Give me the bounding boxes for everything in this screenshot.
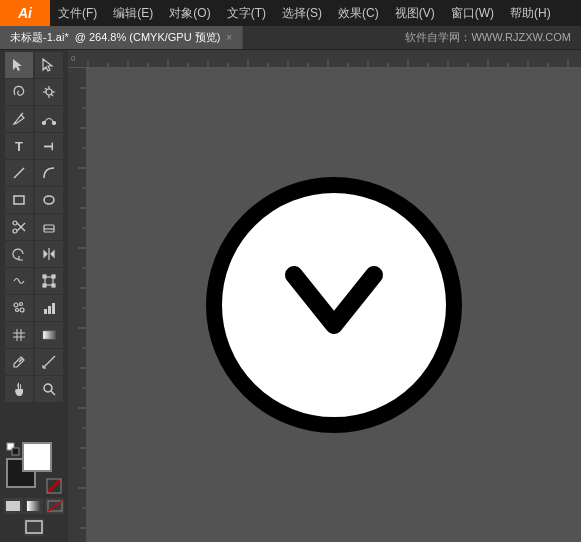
eyedropper-tool-button[interactable] [5,349,33,375]
svg-line-13 [14,168,24,178]
color-area [0,438,68,540]
svg-rect-27 [52,275,55,278]
tab-close-button[interactable]: × [226,32,232,43]
line-tool-button[interactable] [5,160,33,186]
svg-line-50 [47,479,61,493]
svg-rect-14 [14,196,24,204]
tool-row-11 [0,322,68,348]
hand-tool-button[interactable] [5,376,33,402]
ruler-left [68,68,86,542]
column-graph-tool-button[interactable] [35,295,63,321]
tool-row-4: T T [0,133,68,159]
symbol-sprayer-tool-button[interactable] [5,295,33,321]
svg-rect-57 [68,50,581,67]
clock-artwork [194,160,474,450]
menu-help[interactable]: 帮助(H) [502,0,559,26]
gradient-tool-button[interactable] [35,322,63,348]
tool-row-10 [0,295,68,321]
zoom-tool-button[interactable] [35,376,63,402]
svg-point-31 [20,303,23,306]
scissors-tool-button[interactable] [5,214,33,240]
clock-svg [194,160,474,450]
menu-edit[interactable]: 编辑(E) [105,0,161,26]
ellipse-tool-button[interactable] [35,187,63,213]
arc-tool-button[interactable] [35,160,63,186]
menu-type[interactable]: 文字(T) [219,0,274,26]
reflect-tool-button[interactable] [35,241,63,267]
svg-marker-23 [44,251,47,257]
svg-line-9 [21,113,23,115]
none-icon[interactable] [46,478,62,494]
gradient-icon[interactable] [25,498,44,514]
svg-text:0: 0 [71,54,76,63]
type-tool-button[interactable]: T [5,133,33,159]
main-area: T T [0,50,581,542]
menu-object[interactable]: 对象(O) [161,0,218,26]
free-transform-tool-button[interactable] [35,268,63,294]
svg-rect-34 [44,309,47,314]
svg-rect-53 [27,501,41,511]
menu-view[interactable]: 视图(V) [387,0,443,26]
ruler-top: 0 [68,50,581,68]
canvas-area: 0 [68,50,581,542]
none-color-icon[interactable] [45,498,64,514]
tool-row-13 [0,376,68,402]
tool-row-8 [0,241,68,267]
measure-tool-button[interactable] [35,349,63,375]
svg-line-47 [51,391,55,395]
menu-bar: 文件(F) 编辑(E) 对象(O) 文字(T) 选择(S) 效果(C) 视图(V… [50,0,581,26]
svg-rect-84 [68,68,86,542]
reset-colors-icon[interactable] [6,442,20,456]
menu-window[interactable]: 窗口(W) [443,0,502,26]
pen-tool-button[interactable] [5,106,33,132]
tab-bar: 未标题-1.ai* @ 264.8% (CMYK/GPU 预览) × 软件自学网… [0,26,581,50]
tool-row-1 [0,52,68,78]
magic-wand-tool-button[interactable] [35,79,63,105]
svg-point-8 [46,89,52,95]
color-swatches [6,442,62,494]
svg-rect-41 [43,331,55,339]
svg-line-43 [43,356,55,368]
menu-effect[interactable]: 效果(C) [330,0,387,26]
svg-point-16 [13,221,17,225]
eraser-tool-button[interactable] [35,214,63,240]
curvature-tool-button[interactable] [35,106,63,132]
selection-tool-button[interactable] [5,52,33,78]
direct-selection-tool-button[interactable] [35,52,63,78]
active-tab[interactable]: 未标题-1.ai* @ 264.8% (CMYK/GPU 预览) × [0,26,243,49]
svg-rect-52 [6,501,20,511]
tool-row-7 [0,214,68,240]
tool-row-9 [0,268,68,294]
lasso-tool-button[interactable] [5,79,33,105]
svg-point-32 [16,309,19,312]
toolbar: T T [0,50,68,542]
svg-rect-35 [48,306,51,314]
tab-label: 未标题-1.ai* [10,30,69,45]
tool-row-6 [0,187,68,213]
svg-point-12 [53,122,56,125]
rectangle-tool-button[interactable] [5,187,33,213]
svg-point-46 [44,384,52,392]
svg-point-17 [13,229,17,233]
svg-point-11 [43,122,46,125]
stroke-color-swatch[interactable] [22,442,52,472]
svg-line-55 [48,501,62,511]
tool-row-3 [0,106,68,132]
vertical-type-tool-button[interactable]: T [35,133,63,159]
rotate-tool-button[interactable] [5,241,33,267]
menu-select[interactable]: 选择(S) [274,0,330,26]
svg-point-15 [44,196,54,204]
svg-rect-36 [52,303,55,314]
svg-marker-1 [43,59,52,71]
screen-mode-button[interactable] [24,518,44,536]
svg-rect-29 [52,284,55,287]
svg-marker-0 [13,59,22,71]
svg-point-110 [214,185,454,425]
solid-color-icon[interactable] [4,498,23,514]
svg-point-33 [20,308,24,312]
warp-tool-button[interactable] [5,268,33,294]
canvas-content [86,68,581,542]
menu-file[interactable]: 文件(F) [50,0,105,26]
color-mode-icons [4,498,64,514]
mesh-tool-button[interactable] [5,322,33,348]
